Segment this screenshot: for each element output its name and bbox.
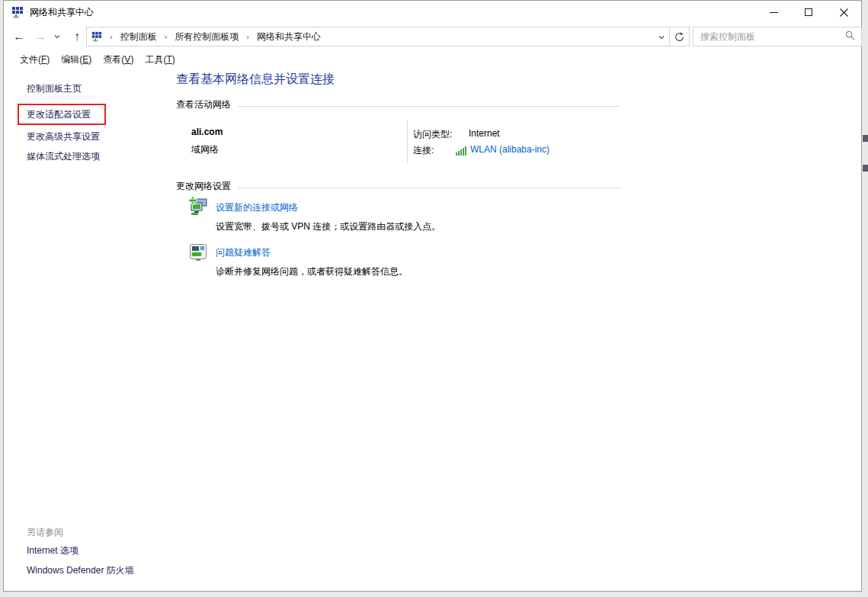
search-icon[interactable] [845,30,855,43]
menu-label: 查看( [103,54,124,65]
sidebar-item-advanced-sharing[interactable]: 更改高级共享设置 [27,130,100,143]
sidebar-item-control-panel-home[interactable]: 控制面板主页 [27,82,82,95]
up-arrow-icon: ↑ [74,30,80,43]
sidebar-item-internet-options[interactable]: Internet 选项 [27,544,78,557]
minimize-icon [770,8,778,17]
window-title: 网络和共享中心 [30,6,94,19]
menu-label: ) [88,54,91,65]
chevron-down-icon [54,35,60,39]
menu-tools[interactable]: 工具(T) [145,53,175,66]
menu-view[interactable]: 查看(V) [103,53,133,66]
sidebar-item-change-adapter-settings[interactable]: 更改适配器设置 [27,108,91,121]
section-rule [238,106,620,107]
section-title: 查看活动网络 [176,98,231,111]
forward-button[interactable]: → [31,27,50,47]
active-networks-section-header: 查看活动网络 [176,98,620,111]
breadcrumb-separator: › [246,32,249,41]
chevron-down-icon [658,36,665,40]
see-also-header: 另请参阅 [27,526,63,539]
address-bar[interactable]: › 控制面板 › 所有控制面板项 › 网络和共享中心 [86,27,670,47]
new-connection-icon [187,196,208,217]
search-box [693,27,862,47]
refresh-icon [674,32,684,42]
network-panel-divider [407,120,408,163]
menu-edit[interactable]: 编辑(E) [61,53,91,66]
search-input[interactable] [693,31,845,42]
menu-bar: 文件(F) 编辑(E) 查看(V) 工具(T) [4,50,861,69]
connection-label: 连接: [413,144,434,157]
menu-access-key: T [166,54,171,65]
troubleshoot-icon [189,243,207,262]
up-button[interactable]: ↑ [68,27,86,47]
maximize-icon [805,8,812,16]
minimize-button[interactable] [756,1,791,24]
menu-file[interactable]: 文件(F) [20,53,50,66]
close-icon [840,8,848,17]
menu-label: ) [46,54,50,65]
highlight-box: 更改适配器设置 [18,104,106,125]
menu-label: 工具( [145,54,166,65]
section-title: 更改网络设置 [176,180,231,193]
task-description: 诊断并修复网络问题，或者获得疑难解答信息。 [216,265,408,278]
back-button[interactable]: ← [10,27,28,47]
page-title: 查看基本网络信息并设置连接 [176,72,335,88]
address-dropdown-button[interactable] [658,31,665,42]
network-name: ali.com [191,127,223,137]
breadcrumb-item-all-items[interactable]: 所有控制面板项 [175,30,239,43]
network-sharing-app-icon [11,6,24,18]
recent-pages-dropdown[interactable] [51,27,63,47]
section-rule [238,188,621,188]
maximize-button[interactable] [791,1,826,24]
menu-label: 文件( [20,54,41,65]
change-settings-section-header: 更改网络设置 [176,180,621,193]
connection-link[interactable]: WLAN (alibaba-inc) [470,144,549,155]
window-controls [756,1,861,24]
menu-label: 编辑( [61,54,82,65]
close-button[interactable] [826,1,861,24]
back-arrow-icon: ← [13,30,25,43]
network-type: 域网络 [191,143,219,156]
background-artifact [863,165,868,172]
titlebar: 网络和共享中心 [4,1,861,24]
menu-label: ) [130,54,133,65]
sidebar-item-media-streaming[interactable]: 媒体流式处理选项 [27,150,100,163]
sidebar-item-windows-defender-firewall[interactable]: Windows Defender 防火墙 [27,564,134,577]
location-network-icon [91,31,102,42]
forward-arrow-icon: → [34,30,46,43]
access-type-label: 访问类型: [413,128,452,141]
task-link-troubleshoot-problems[interactable]: 问题疑难解答 [216,246,271,259]
menu-label: ) [172,54,175,65]
breadcrumb-separator: › [165,32,168,41]
refresh-button[interactable] [669,27,690,47]
breadcrumb-separator: › [110,32,113,41]
access-type-value: Internet [469,128,500,139]
network-sharing-center-window: 网络和共享中心 ← → ↑ › 控制面板 › [3,0,862,592]
task-link-setup-new-connection[interactable]: 设置新的连接或网络 [216,201,298,214]
wifi-signal-icon [456,145,468,154]
breadcrumb-item-network-center[interactable]: 网络和共享中心 [257,30,321,43]
breadcrumb-item-control-panel[interactable]: 控制面板 [120,30,157,43]
task-description: 设置宽带、拨号或 VPN 连接；或设置路由器或接入点。 [216,220,440,233]
background-artifact [863,135,868,142]
